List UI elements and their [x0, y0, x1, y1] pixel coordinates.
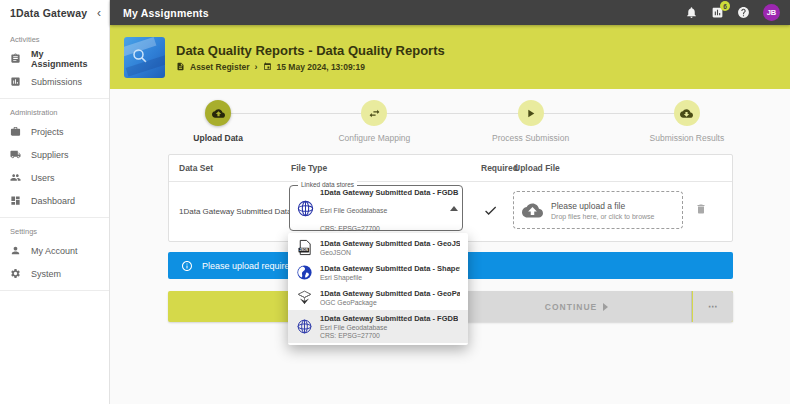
dropdown-option-fgdb[interactable]: 1Data Gateway Submitted Data - FGDB Esri…: [288, 310, 468, 343]
sidebar-item-submissions[interactable]: Submissions: [0, 70, 109, 93]
option-title: 1Data Gateway Submitted Data - FGDB: [320, 314, 458, 323]
sidebar-item-label: Dashboard: [31, 196, 75, 206]
sidebar-item-users[interactable]: Users: [0, 166, 109, 189]
sidebar-item-my-assignments[interactable]: My Assignments: [0, 47, 109, 70]
arrow-right-icon: [603, 303, 608, 311]
download-cloud-icon[interactable]: [674, 100, 700, 126]
person-icon: [10, 245, 21, 256]
more-options-label: ⋯: [708, 301, 718, 312]
briefcase-icon: [10, 126, 21, 137]
required-check-icon: [483, 203, 498, 218]
option-subtitle: OGC GeoPackage: [320, 299, 460, 306]
sidebar-item-system[interactable]: System: [0, 262, 109, 285]
sidebar-item-label: Projects: [31, 127, 64, 137]
app-logo-title: 1Data Gateway: [10, 7, 97, 19]
help-icon[interactable]: [737, 6, 750, 19]
sidebar-item-label: Users: [31, 173, 55, 183]
option-title: 1Data Gateway Submitted Data - GeoJSON: [320, 239, 460, 248]
dropzone-title: Please upload a file: [551, 201, 654, 211]
dropdown-option-geojson[interactable]: JSON 1Data Gateway Submitted Data - GeoJ…: [288, 235, 468, 260]
assignment-header: Data Quality Reports - Data Quality Repo…: [110, 25, 790, 89]
assignment-clipboard-icon: [10, 53, 21, 64]
sidebar-item-label: My Assignments: [31, 49, 99, 69]
dropzone-subtitle: Drop files here, or click to browse: [551, 213, 654, 220]
upload-cloud-icon[interactable]: [205, 100, 231, 126]
top-bar: My Assignments 6 JB: [110, 0, 790, 25]
option-title: 1Data Gateway Submitted Data - Shapefile: [320, 264, 460, 273]
table-header-row: Data Set File Type Required Upload File: [169, 155, 732, 182]
more-options-button[interactable]: ⋯: [693, 291, 733, 322]
selected-option-title: 1Data Gateway Submitted Data - FGDB: [320, 188, 458, 197]
assignment-thumbnail: [124, 37, 165, 78]
step-submission-results: Submission Results: [609, 96, 765, 148]
breadcrumb-timestamp: 15 May 2024, 13:09:19: [277, 62, 365, 72]
info-icon: [181, 260, 193, 272]
swap-arrows-icon[interactable]: [361, 100, 387, 126]
sidebar-item-label: My Account: [31, 246, 78, 256]
upload-cloud-icon: [522, 200, 543, 221]
sidebar-item-my-account[interactable]: My Account: [0, 239, 109, 262]
play-icon[interactable]: [518, 100, 544, 126]
file-dropzone[interactable]: Please upload a file Drop files here, or…: [513, 191, 683, 229]
file-type-dropdown-menu: JSON 1Data Gateway Submitted Data - GeoJ…: [288, 233, 468, 345]
truck-icon: [10, 149, 21, 160]
step-upload-data: Upload Data: [140, 96, 296, 148]
dataset-name: 1Data Gateway Submitted Data: [179, 207, 292, 216]
option-subtitle: GeoJSON: [320, 249, 460, 256]
delete-file-icon[interactable]: [695, 203, 707, 215]
magnifier-icon: [131, 47, 149, 65]
sidebar-item-suppliers[interactable]: Suppliers: [0, 143, 109, 166]
geojson-file-icon: JSON: [296, 239, 313, 256]
section-label-activities: Activities: [0, 26, 109, 47]
sidebar: 1Data Gateway ‹ Activities My Assignment…: [0, 0, 110, 404]
sidebar-item-label: System: [31, 269, 61, 279]
geopackage-box-icon: [296, 289, 313, 306]
svg-text:JSON: JSON: [300, 248, 309, 252]
sidebar-item-projects[interactable]: Projects: [0, 120, 109, 143]
step-label: Process Submission: [492, 133, 569, 143]
calendar-icon: [263, 62, 272, 71]
step-configure-mapping: Configure Mapping: [296, 96, 452, 148]
sidebar-collapse-icon[interactable]: ‹: [97, 7, 101, 19]
app-window: My Assignments 6 JB Data Quality Reports…: [0, 0, 790, 404]
dropdown-option-shapefile[interactable]: 1Data Gateway Submitted Data - Shapefile…: [288, 260, 468, 285]
sidebar-item-dashboard[interactable]: Dashboard: [0, 189, 109, 212]
dashboard-grid-icon: [10, 195, 21, 206]
option-crs: CRS: EPSG=27700: [320, 332, 458, 339]
user-avatar[interactable]: JB: [763, 4, 780, 21]
page-title: My Assignments: [123, 7, 672, 19]
upload-table-card: Data Set File Type Required Upload File …: [168, 154, 733, 242]
notifications-bell-icon[interactable]: [685, 6, 698, 19]
continue-button[interactable]: CONTINUE: [462, 291, 692, 322]
selected-option-subtitle: Esri File Geodatabase: [320, 207, 387, 214]
step-process-submission: Process Submission: [453, 96, 609, 148]
dropdown-option-geopackage[interactable]: 1Data Gateway Submitted Data - GeoPackag…: [288, 285, 468, 310]
section-label-administration: Administration: [0, 99, 109, 120]
bar-chart-icon: [10, 76, 21, 87]
step-label: Configure Mapping: [338, 133, 410, 143]
sidebar-item-label: Suppliers: [31, 150, 69, 160]
column-header-data-set: Data Set: [179, 163, 213, 173]
select-floating-label: Linked data stores: [298, 181, 357, 188]
sidebar-item-label: Submissions: [31, 77, 82, 87]
breadcrumb: Asset Register › 15 May 2024, 13:09:19: [176, 62, 445, 72]
breadcrumb-separator: ›: [255, 62, 258, 72]
notification-count-badge: 6: [720, 1, 730, 11]
step-label: Upload Data: [193, 133, 243, 143]
column-header-upload-file: Upload File: [514, 163, 560, 173]
chevron-up-icon: [450, 206, 458, 211]
file-type-select[interactable]: Linked data stores 1Data Gateway Submitt…: [289, 185, 463, 231]
fgdb-globe-icon: [296, 199, 315, 218]
shapefile-globe-icon: [296, 264, 313, 281]
fgdb-globe-icon: [296, 318, 313, 335]
project-file-icon: [176, 62, 185, 71]
breadcrumb-project[interactable]: Asset Register: [190, 62, 250, 72]
option-subtitle: Esri Shapefile: [320, 274, 460, 281]
step-label: Submission Results: [650, 133, 725, 143]
submissions-report-icon[interactable]: 6: [711, 6, 724, 19]
column-header-required: Required: [481, 163, 518, 173]
gear-icon: [10, 268, 21, 279]
section-label-settings: Settings: [0, 218, 109, 239]
continue-label: CONTINUE: [545, 302, 597, 312]
selected-option-crs: CRS: EPSG=27700: [320, 225, 380, 232]
